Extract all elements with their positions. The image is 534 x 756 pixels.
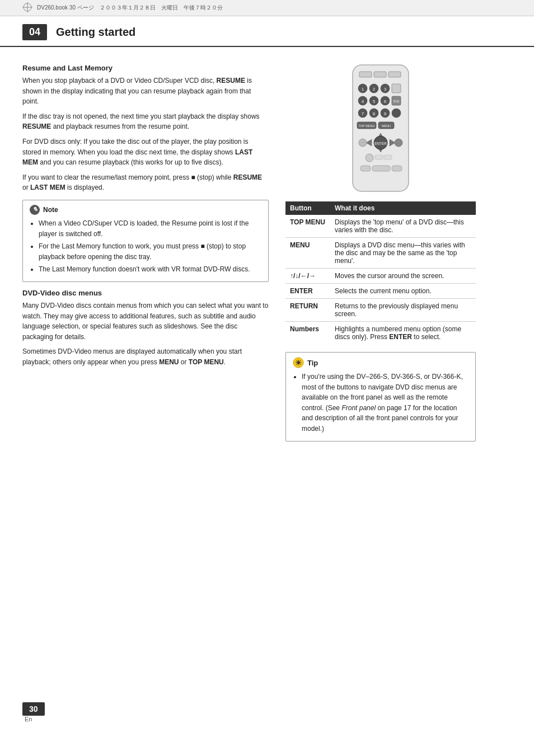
button-desc: Highlights a numbered menu option (some … (330, 322, 476, 345)
svg-point-40 (395, 139, 402, 147)
remote-container: 1 2 3 4 5 6 DVD 7 8 (285, 64, 476, 192)
note-item-2: For the Last Memory function to work, yo… (39, 241, 261, 262)
dvd-menus-section: DVD-Video disc menus Many DVD-Video disc… (22, 289, 269, 368)
svg-text:ENTER: ENTER (374, 142, 387, 145)
svg-point-39 (359, 139, 367, 147)
button-label: ↑/↓/←/→ (285, 269, 330, 284)
svg-rect-13 (392, 84, 401, 93)
chapter-number: 04 (22, 24, 47, 40)
table-header-button: Button (285, 201, 330, 215)
svg-point-41 (366, 154, 373, 162)
note-item-3: The Last Memory function doesn't work wi… (39, 264, 261, 275)
resume-section: Resume and Last Memory When you stop pla… (22, 64, 269, 282)
note-item-1: When a Video CD/Super VCD is loaded, the… (39, 218, 261, 239)
chapter-title: Getting started (56, 26, 135, 39)
svg-text:1: 1 (362, 87, 364, 92)
svg-text:MENU: MENU (382, 124, 391, 128)
table-row: TOP MENU Displays the 'top menu' of a DV… (285, 215, 476, 238)
resume-para-4: If you want to clear the resume/last mem… (22, 172, 269, 193)
table-row: ↑/↓/←/→ Moves the cursor around the scre… (285, 269, 476, 284)
button-desc: Moves the cursor around the screen. (330, 269, 476, 284)
svg-text:☀: ☀ (295, 359, 302, 367)
button-table: Button What it does TOP MENU Displays th… (285, 201, 476, 344)
svg-text:2: 2 (373, 87, 376, 92)
button-label: ENTER (285, 284, 330, 299)
top-bar: DV260.book 30 ページ ２００３年１月２８日 火曜日 午後７時２０分 (0, 0, 534, 16)
page-number: 30 (29, 705, 38, 713)
left-column: Resume and Last Memory When you stop pla… (22, 64, 269, 442)
svg-text:7: 7 (362, 111, 364, 116)
note-box: ✎ Note When a Video CD/Super VCD is load… (22, 200, 269, 282)
button-desc: Displays a DVD disc menu—this varies wit… (330, 238, 476, 269)
svg-rect-44 (360, 166, 371, 171)
table-header-what: What it does (330, 201, 476, 215)
svg-point-28 (392, 109, 401, 118)
reg-mark-left (22, 2, 32, 13)
button-label: MENU (285, 238, 330, 269)
resume-para-1: When you stop playback of a DVD or Video… (22, 76, 269, 107)
button-desc: Returns to the previously displayed menu… (330, 299, 476, 322)
svg-text:TOP MENU: TOP MENU (359, 124, 375, 128)
page-footer: 30 En (0, 702, 534, 722)
note-list: When a Video CD/Super VCD is loaded, the… (30, 218, 261, 275)
note-icon: ✎ (30, 205, 40, 215)
tip-box: ☀ Tip If you're using the DV–266-S, DV-3… (285, 352, 476, 442)
button-label: RETURN (285, 299, 330, 322)
dvd-menus-heading: DVD-Video disc menus (22, 289, 269, 297)
resume-para-3: For DVD discs only: If you take the disc… (22, 137, 269, 168)
tip-header: ☀ Tip (293, 357, 469, 368)
button-label: Numbers (285, 322, 330, 345)
resume-heading: Resume and Last Memory (22, 64, 269, 72)
table-row: RETURN Returns to the previously display… (285, 299, 476, 322)
svg-text:3: 3 (384, 87, 387, 92)
page-lang: En (25, 716, 45, 722)
table-row: MENU Displays a DVD disc menu—this varie… (285, 238, 476, 269)
svg-text:6: 6 (384, 99, 387, 104)
tip-text: If you're using the DV–266-S, DV-366-S, … (302, 372, 469, 434)
button-desc: Displays the 'top menu' of a DVD disc—th… (330, 215, 476, 238)
button-label: TOP MENU (285, 215, 330, 238)
svg-rect-45 (372, 166, 390, 171)
svg-rect-46 (392, 166, 402, 171)
table-row: ENTER Selects the current menu option. (285, 284, 476, 299)
dvd-menus-para-1: Many DVD-Video discs contain menus from … (22, 300, 269, 342)
table-row: Numbers Highlights a numbered menu optio… (285, 322, 476, 345)
content-area: Resume and Last Memory When you stop pla… (0, 58, 534, 447)
tip-icon: ☀ (293, 357, 304, 368)
right-column: 1 2 3 4 5 6 DVD 7 8 (285, 64, 476, 442)
svg-rect-4 (359, 72, 372, 77)
svg-text:5: 5 (373, 99, 376, 104)
dvd-menus-para-2: Sometimes DVD-Video menus are displayed … (22, 346, 269, 367)
page-number-box: 30 (22, 702, 45, 716)
svg-rect-6 (388, 72, 401, 77)
resume-para-2: If the disc tray is not opened, the next… (22, 111, 269, 132)
note-label: Note (43, 206, 58, 214)
chapter-header: 04 Getting started (0, 16, 534, 47)
remote-svg: 1 2 3 4 5 6 DVD 7 8 (336, 64, 425, 192)
svg-rect-42 (375, 155, 383, 159)
svg-text:9: 9 (384, 111, 387, 116)
svg-text:8: 8 (373, 111, 376, 116)
svg-text:DVD: DVD (394, 100, 400, 103)
topbar-text: DV260.book 30 ページ ２００３年１月２８日 火曜日 午後７時２０分 (37, 4, 223, 12)
button-desc: Selects the current menu option. (330, 284, 476, 299)
svg-text:4: 4 (362, 99, 364, 104)
svg-rect-43 (384, 155, 392, 159)
tip-label: Tip (307, 359, 318, 367)
note-header: ✎ Note (30, 205, 261, 215)
svg-rect-5 (374, 72, 386, 77)
tip-list: If you're using the DV–266-S, DV-366-S, … (293, 372, 469, 434)
